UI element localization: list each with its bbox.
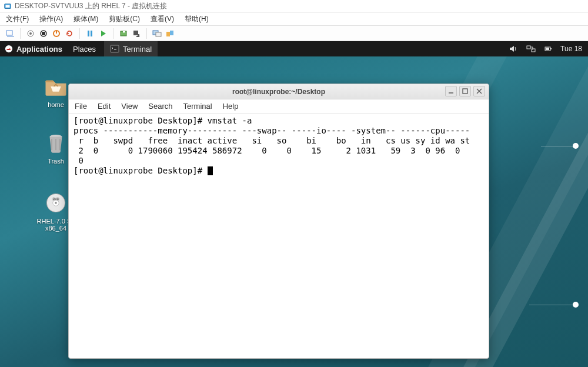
window-minimize-button[interactable] <box>445 86 457 96</box>
terminal-icon <box>110 44 119 54</box>
turn-off-button[interactable] <box>38 28 49 39</box>
enhanced-session-button[interactable] <box>152 28 162 39</box>
share-button[interactable] <box>165 28 175 39</box>
menu-help[interactable]: 帮助(H) <box>185 14 209 24</box>
ctrl-alt-del-button[interactable] <box>5 28 15 39</box>
svg-rect-24 <box>546 48 549 50</box>
menu-file[interactable]: 文件(F) <box>6 14 29 24</box>
term-line: procs -----------memory---------- ---swa… <box>74 126 470 135</box>
clock-label[interactable]: Tue 18 <box>560 45 582 53</box>
svg-point-28 <box>55 202 57 204</box>
active-app-label: Terminal <box>123 45 152 54</box>
term-menu-search[interactable]: Search <box>148 102 172 111</box>
host-window-title: DESKTOP-SVTVUU3 上的 RHEL 7 - 虚拟机连接 <box>15 1 167 11</box>
volume-icon[interactable] <box>509 45 518 53</box>
dvd-icon: DVD <box>44 191 68 215</box>
svg-rect-19 <box>111 45 119 52</box>
menu-action[interactable]: 操作(A) <box>39 14 63 24</box>
applications-menu[interactable]: Applications <box>5 45 62 54</box>
network-icon[interactable] <box>526 45 536 53</box>
gnome-top-panel: Applications Places Terminal Tue 18 <box>0 41 588 56</box>
svg-rect-9 <box>88 31 89 36</box>
term-menu-view[interactable]: View <box>121 102 138 111</box>
svg-rect-2 <box>6 31 12 35</box>
svg-point-4 <box>29 32 32 35</box>
desktop-icon-label: home <box>48 101 64 108</box>
places-menu[interactable]: Places <box>73 45 96 54</box>
svg-rect-10 <box>91 31 92 36</box>
term-line: [root@linuxprobe Desktop]# vmstat -a <box>74 116 252 125</box>
folder-icon <box>44 74 68 99</box>
term-menu-file[interactable]: File <box>75 102 87 111</box>
resume-button[interactable] <box>98 28 108 39</box>
svg-rect-1 <box>6 5 10 7</box>
window-close-button[interactable] <box>473 86 485 96</box>
revert-button[interactable] <box>131 28 142 39</box>
redhat-icon <box>5 45 13 53</box>
term-line: r b swpd free inact active si so bi bo i… <box>74 136 470 145</box>
svg-text:DVD: DVD <box>52 197 59 201</box>
svg-rect-20 <box>527 46 530 49</box>
term-prompt: [root@linuxprobe Desktop]# <box>74 166 208 175</box>
terminal-output[interactable]: [root@linuxprobe Desktop]# vmstat -a pro… <box>69 114 489 358</box>
pause-button[interactable] <box>85 28 95 39</box>
host-toolbar <box>0 26 588 41</box>
svg-rect-17 <box>170 31 173 35</box>
applications-label: Applications <box>16 45 62 54</box>
start-button[interactable] <box>25 28 36 39</box>
checkpoint-button[interactable] <box>118 28 129 39</box>
term-menu-help[interactable]: Help <box>223 102 239 111</box>
svg-marker-11 <box>101 31 106 36</box>
window-maximize-button[interactable] <box>459 86 471 96</box>
shutdown-button[interactable] <box>51 28 62 39</box>
svg-rect-31 <box>463 89 467 94</box>
svg-rect-15 <box>156 32 161 36</box>
battery-icon[interactable] <box>544 45 552 53</box>
term-menu-terminal[interactable]: Terminal <box>183 102 212 111</box>
terminal-cursor <box>208 166 213 175</box>
terminal-title-bar[interactable]: root@linuxprobe:~/Desktop <box>69 84 489 99</box>
reset-button[interactable] <box>64 28 75 39</box>
menu-view[interactable]: 查看(V) <box>151 14 174 24</box>
host-menu-bar[interactable]: 文件(F) 操作(A) 媒体(M) 剪贴板(C) 查看(V) 帮助(H) <box>0 13 588 26</box>
host-window-titlebar: DESKTOP-SVTVUU3 上的 RHEL 7 - 虚拟机连接 <box>0 0 588 13</box>
menu-clipboard[interactable]: 剪贴板(C) <box>109 14 140 24</box>
terminal-window: root@linuxprobe:~/Desktop File Edit View… <box>68 84 489 359</box>
menu-media[interactable]: 媒体(M) <box>74 14 98 24</box>
svg-rect-16 <box>166 32 170 36</box>
hyperv-icon <box>4 2 12 11</box>
svg-rect-6 <box>42 32 45 35</box>
gnome-desktop[interactable]: home Trash DVD RHEL-7.0 Se x86_64 root@l… <box>0 56 588 367</box>
active-app-indicator[interactable]: Terminal <box>104 41 158 56</box>
trash-icon <box>44 131 68 155</box>
svg-rect-21 <box>532 49 535 52</box>
svg-rect-23 <box>550 48 552 49</box>
desktop-icon-label: Trash <box>48 158 64 165</box>
term-line: 0 <box>74 156 83 165</box>
terminal-menu-bar[interactable]: File Edit View Search Terminal Help <box>69 99 489 114</box>
terminal-title: root@linuxprobe:~/Desktop <box>69 88 489 96</box>
term-line: 2 0 0 1790060 195424 586972 0 0 15 2 103… <box>74 146 465 155</box>
term-menu-edit[interactable]: Edit <box>98 102 111 111</box>
